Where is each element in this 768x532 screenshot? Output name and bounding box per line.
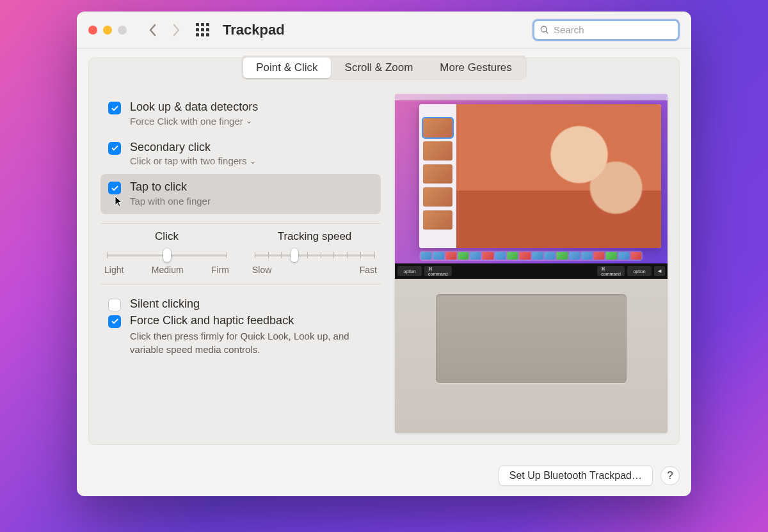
checkbox-lookup[interactable]	[108, 102, 121, 114]
preview-trackpad-area	[395, 279, 668, 433]
option-secondary-dropdown[interactable]: Click or tap with two fingers ⌄	[130, 155, 256, 166]
click-label-medium: Medium	[152, 265, 184, 275]
option-silent-row: Silent clicking	[100, 291, 381, 313]
tab-scroll-zoom[interactable]: Scroll & Zoom	[332, 58, 426, 78]
option-silent-title: Silent clicking	[130, 297, 200, 311]
svg-line-1	[546, 31, 548, 33]
click-label-firm: Firm	[211, 265, 229, 275]
checkmark-icon	[111, 317, 119, 325]
svg-point-0	[541, 26, 547, 32]
option-lookup-dropdown[interactable]: Force Click with one finger ⌄	[130, 116, 258, 127]
show-all-prefs-button[interactable]	[193, 21, 211, 39]
preview-trackpad	[436, 294, 627, 383]
click-slider-group: Click Light Medium Fir	[104, 230, 229, 275]
forward-button[interactable]	[166, 20, 186, 40]
preview-screen	[395, 94, 668, 263]
tab-group: Point & Click Scroll & Zoom More Gesture…	[241, 56, 527, 80]
preferences-window: Trackpad Point & Click Scroll & Zoom Mor…	[77, 12, 691, 496]
window-controls	[88, 26, 127, 35]
help-button[interactable]: ?	[660, 466, 680, 485]
search-field[interactable]	[532, 19, 680, 41]
click-label-light: Light	[104, 265, 124, 275]
option-tap-row: Tap to click Tap with one finger	[100, 174, 381, 214]
chevron-down-icon: ⌄	[250, 157, 256, 166]
checkbox-secondary-click[interactable]	[108, 142, 121, 155]
tracking-label-fast: Fast	[360, 265, 377, 275]
search-input[interactable]	[554, 24, 675, 35]
tab-more-gestures[interactable]: More Gestures	[427, 58, 524, 78]
option-force-title: Force Click and haptic feedback	[130, 314, 367, 328]
checkmark-icon	[111, 184, 119, 192]
option-lookup-title: Look up & data detectors	[130, 100, 258, 114]
preview-touchbar: option⌘ command ⌘ commandoption◀	[395, 263, 668, 279]
option-force-desc: Click then press firmly for Quick Look, …	[130, 330, 367, 356]
option-force-row: Force Click and haptic feedback Click th…	[100, 313, 381, 364]
close-window-button[interactable]	[88, 26, 97, 35]
cursor-pointer-icon	[115, 196, 124, 207]
checkmark-icon	[111, 144, 119, 152]
back-button[interactable]	[143, 20, 163, 40]
click-slider-thumb[interactable]	[163, 248, 171, 262]
settings-panel: Point & Click Scroll & Zoom More Gesture…	[88, 58, 680, 445]
checkbox-silent-clicking[interactable]	[108, 299, 121, 311]
tab-point-click[interactable]: Point & Click	[243, 58, 330, 78]
toolbar: Trackpad	[77, 12, 691, 49]
tracking-label-slow: Slow	[252, 265, 271, 275]
zoom-window-button[interactable]	[118, 26, 127, 35]
option-tap-subtitle: Tap with one finger	[130, 196, 211, 207]
tracking-slider-group: Tracking speed Slow	[252, 230, 377, 275]
click-slider-title: Click	[104, 230, 229, 243]
checkmark-icon	[111, 104, 119, 113]
tracking-slider-title: Tracking speed	[252, 230, 377, 243]
chevron-down-icon: ⌄	[246, 116, 252, 125]
setup-bluetooth-trackpad-button[interactable]: Set Up Bluetooth Trackpad…	[499, 465, 653, 486]
search-icon	[540, 25, 550, 35]
option-lookup-row: Look up & data detectors Force Click wit…	[100, 94, 381, 134]
gesture-preview: option⌘ command ⌘ commandoption◀	[395, 94, 668, 433]
divider	[100, 284, 381, 285]
minimize-window-button[interactable]	[103, 26, 112, 35]
footer: Set Up Bluetooth Trackpad… ?	[77, 457, 691, 496]
checkbox-force-click[interactable]	[108, 315, 121, 328]
option-secondary-row: Secondary click Click or tap with two fi…	[100, 134, 381, 175]
click-slider[interactable]	[107, 249, 227, 261]
checkbox-tap-to-click[interactable]	[108, 182, 121, 194]
option-secondary-title: Secondary click	[130, 141, 256, 155]
tracking-slider[interactable]	[255, 249, 374, 261]
window-title: Trackpad	[223, 22, 285, 38]
option-tap-title: Tap to click	[130, 180, 211, 194]
divider	[100, 223, 381, 224]
tracking-slider-thumb[interactable]	[291, 248, 298, 262]
